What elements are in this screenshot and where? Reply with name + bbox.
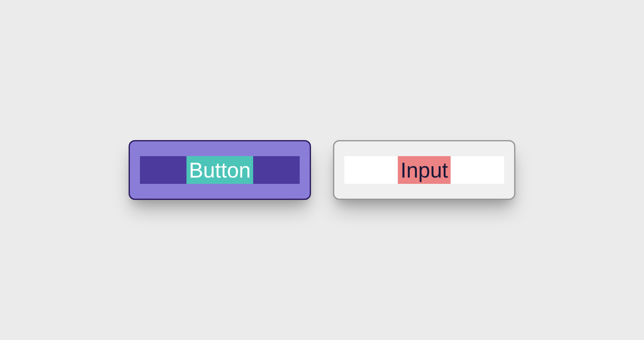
input-label: Input <box>398 156 450 184</box>
input-content-area: Input <box>344 156 504 184</box>
input-component[interactable]: Input <box>333 140 515 200</box>
button-label: Button <box>186 156 253 184</box>
button-component[interactable]: Button <box>129 140 311 200</box>
button-content-area: Button <box>140 156 300 184</box>
